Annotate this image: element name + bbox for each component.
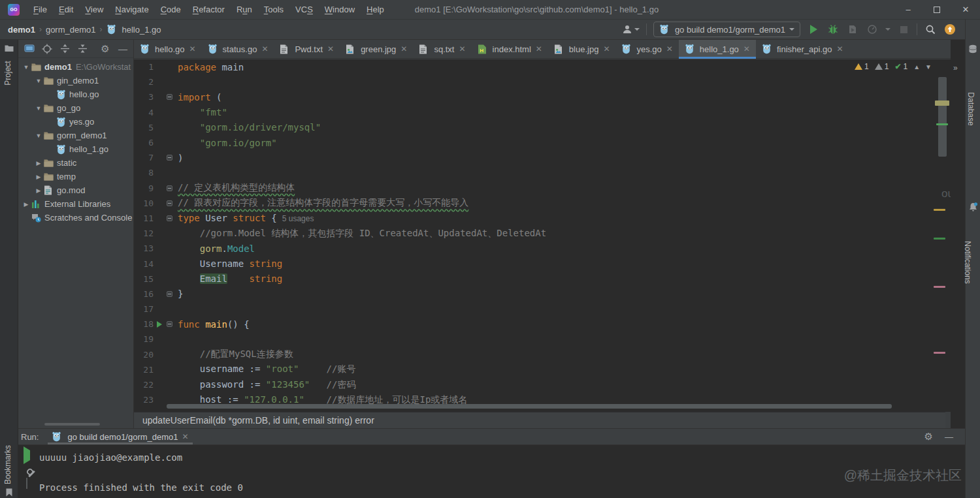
code-line-12[interactable]: 12 //gorm.Model 结构体，其包括字段 ID、CreatedAt、U…: [134, 226, 951, 241]
fold-marker[interactable]: [165, 321, 174, 327]
minimize-button[interactable]: –: [894, 0, 923, 20]
user-menu-button[interactable]: [622, 24, 640, 35]
menu-item-navigate[interactable]: Navigate: [109, 2, 154, 17]
code-line-13[interactable]: 13 gorm.Model: [134, 241, 951, 256]
maximize-button[interactable]: [923, 0, 951, 20]
code-line-8[interactable]: 8: [134, 165, 951, 180]
search-everywhere-button[interactable]: [924, 23, 937, 36]
console-output[interactable]: uuuuu jiaojiao@example.com Process finis…: [35, 445, 243, 498]
fold-marker[interactable]: [165, 155, 174, 161]
fold-open-icon[interactable]: [167, 94, 172, 100]
code-line-16[interactable]: 16}: [134, 287, 951, 302]
menu-item-code[interactable]: Code: [155, 2, 187, 17]
code-line-1[interactable]: 1package main: [134, 59, 951, 74]
scrollbar-info-mark[interactable]: [934, 352, 945, 354]
hide-project-panel-button[interactable]: —: [117, 43, 129, 55]
prev-issue-arrow-icon[interactable]: ▲: [913, 63, 920, 70]
menu-item-refactor[interactable]: Refactor: [187, 2, 231, 17]
code-line-17[interactable]: 17: [134, 302, 951, 317]
breadcrumb-project[interactable]: demo1: [8, 25, 35, 35]
code-line-3[interactable]: 3import (: [134, 89, 951, 104]
ide-update-button[interactable]: [943, 23, 956, 36]
profiler-button[interactable]: [866, 23, 879, 36]
tree-item-gorm_demo1[interactable]: ▼gorm_demo1: [18, 129, 133, 142]
chevron-right-icon[interactable]: ▶: [33, 160, 44, 166]
close-icon[interactable]: ✕: [327, 44, 334, 54]
tree-item-go_go[interactable]: ▼go_go: [18, 101, 133, 115]
breadcrumb-folder[interactable]: gorm_demo1: [46, 25, 96, 35]
project-settings-button[interactable]: ⚙: [99, 43, 111, 55]
code-line-21[interactable]: 21 username := "root" //账号: [134, 362, 951, 377]
menu-item-edit[interactable]: Edit: [53, 2, 79, 17]
editor-tab-green.jpg[interactable]: green.jpg✕: [340, 40, 413, 58]
code-line-10[interactable]: 10// 跟表对应的字段，注意结构体字段的首字母需要大写，小写不能导入: [134, 196, 951, 211]
chevron-right-icon[interactable]: ▶: [33, 174, 44, 180]
editor-vertical-scrollbar[interactable]: [938, 77, 947, 157]
tool-stripe-database[interactable]: Database: [966, 92, 975, 125]
debug-button[interactable]: [826, 23, 840, 36]
rerun-button[interactable]: [24, 450, 30, 460]
fold-marker[interactable]: [165, 185, 174, 191]
chevron-down-icon[interactable]: ▼: [33, 132, 44, 139]
stop-button[interactable]: [897, 23, 910, 36]
typo-indicator[interactable]: ✔1: [894, 62, 907, 71]
menu-item-tools[interactable]: Tools: [258, 2, 289, 17]
menu-item-window[interactable]: Window: [319, 2, 361, 17]
open-files-view-button[interactable]: [24, 43, 35, 55]
scrollbar-ok-mark[interactable]: [934, 238, 945, 240]
warning-indicator[interactable]: 1: [855, 62, 869, 71]
scrollbar-warning-mark[interactable]: [935, 101, 949, 106]
fold-marker[interactable]: [165, 215, 174, 221]
tree-item-static[interactable]: ▶static: [18, 156, 133, 170]
tree-item-yes.go[interactable]: yes.go: [18, 115, 133, 129]
code-line-18[interactable]: 18func main() {: [134, 317, 951, 332]
code-line-7[interactable]: 7): [134, 150, 951, 165]
run-button[interactable]: [807, 23, 820, 36]
run-with-coverage-button[interactable]: [846, 23, 859, 36]
menu-item-file[interactable]: File: [27, 2, 53, 17]
console-toolbar-more[interactable]: [26, 478, 27, 488]
chevron-down-icon[interactable]: ▼: [21, 64, 31, 70]
code-line-22[interactable]: 22 password := "123456" //密码: [134, 377, 951, 392]
close-icon[interactable]: ✕: [400, 44, 407, 54]
scrollbar-ok-mark[interactable]: [936, 123, 948, 125]
close-icon[interactable]: ✕: [459, 44, 465, 54]
menu-item-view[interactable]: View: [79, 2, 109, 17]
fold-marker[interactable]: [165, 94, 174, 100]
weak-warning-indicator[interactable]: 1: [875, 62, 889, 71]
code-line-9[interactable]: 9// 定义表机构类型的结构体: [134, 181, 951, 196]
tool-stripe-notifications[interactable]: Notifications: [963, 241, 972, 283]
tree-item-hello.go[interactable]: hello.go: [18, 87, 133, 101]
code-line-5[interactable]: 5 "gorm.io/driver/mysql": [134, 120, 951, 135]
editor-horizontal-scrollbar[interactable]: [167, 404, 892, 409]
close-icon[interactable]: ✕: [603, 44, 610, 54]
menu-item-vcs[interactable]: VCS: [289, 2, 319, 17]
close-icon[interactable]: ✕: [189, 44, 196, 54]
editor-tab-blue.jpg[interactable]: blue.jpg✕: [548, 40, 616, 58]
code-line-11[interactable]: 11type User struct {5 usages: [134, 211, 951, 226]
editor-tab-Pwd.txt[interactable]: Pwd.txt✕: [274, 40, 340, 58]
tree-item-gin_demo1[interactable]: ▼gin_demo1: [18, 74, 133, 87]
editor-tab-finisher_api.go[interactable]: finisher_api.go✕: [756, 40, 849, 58]
code-line-2[interactable]: 2: [134, 74, 951, 89]
run-configuration-select[interactable]: go build demo1/gorm_demo1: [653, 22, 800, 37]
select-opened-file-button[interactable]: [41, 43, 53, 55]
fold-open-icon[interactable]: [167, 215, 172, 221]
tree-item-hello_1.go[interactable]: hello_1.go: [18, 142, 133, 156]
scrollbar-warning-mark[interactable]: [934, 209, 945, 211]
scrollbar-info-mark[interactable]: [934, 286, 945, 288]
tree-item-go.mod[interactable]: ▶go.mod: [18, 183, 133, 197]
close-button[interactable]: ✕: [951, 0, 980, 20]
close-icon[interactable]: ✕: [536, 44, 542, 54]
hidden-windows-chevrons-icon[interactable]: »: [953, 63, 958, 72]
run-console-tab[interactable]: go build demo1/gorm_demo1 ✕: [48, 429, 192, 444]
project-horizontal-scrollbar[interactable]: [44, 423, 100, 426]
editor-tab-hello_1.go[interactable]: hello_1.go✕: [679, 40, 756, 58]
fold-marker[interactable]: [165, 291, 174, 297]
chevron-down-icon[interactable]: ▼: [33, 105, 44, 112]
code-line-20[interactable]: 20 //配置MySQL连接参数: [134, 347, 951, 362]
editor-tab-status.go[interactable]: status.go✕: [202, 40, 274, 58]
editor-tab-yes.go[interactable]: yes.go✕: [615, 40, 678, 58]
code-line-19[interactable]: 19: [134, 332, 951, 347]
close-icon[interactable]: ✕: [666, 44, 673, 54]
